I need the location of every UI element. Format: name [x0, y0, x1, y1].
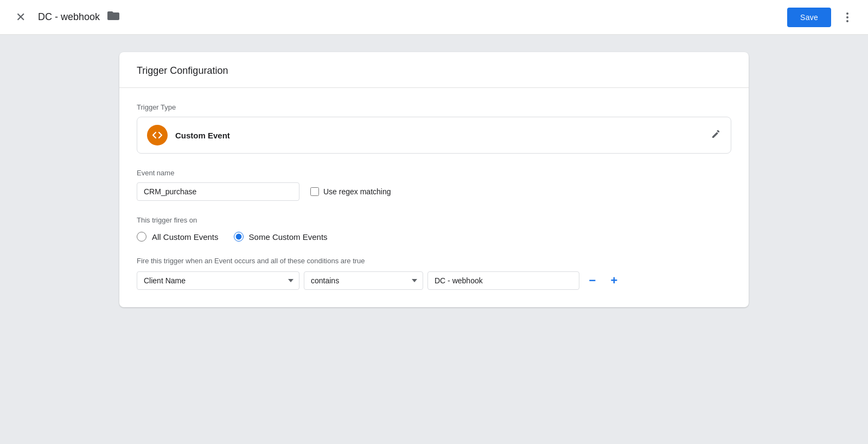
trigger-type-left: Custom Event [147, 125, 230, 145]
variable-select[interactable]: Client Name Event Page URL Referrer [137, 271, 299, 290]
fires-on-section: This trigger fires on All Custom Events … [137, 216, 731, 242]
folder-icon[interactable] [107, 10, 119, 24]
conditions-section: Fire this trigger when an Event occurs a… [137, 257, 731, 290]
event-name-row: Use regex matching [137, 182, 731, 201]
all-custom-events-option[interactable]: All Custom Events [137, 232, 219, 242]
add-condition-button[interactable]: + [605, 272, 623, 289]
svg-point-0 [846, 12, 848, 15]
more-options-button[interactable] [838, 8, 857, 27]
remove-condition-button[interactable]: − [584, 272, 601, 289]
event-name-section: Event name Use regex matching [137, 169, 731, 201]
regex-checkbox[interactable] [310, 187, 319, 196]
topbar: ✕ DC - webhook Save [0, 0, 868, 35]
fires-on-radio-group: All Custom Events Some Custom Events [137, 232, 731, 242]
fires-on-label: This trigger fires on [137, 216, 731, 224]
trigger-type-box: Custom Event [137, 117, 731, 154]
trigger-type-label: Trigger Type [137, 103, 731, 111]
topbar-left: ✕ DC - webhook [11, 8, 778, 27]
svg-point-1 [846, 16, 848, 18]
condition-value-input[interactable] [427, 271, 579, 290]
event-name-label: Event name [137, 169, 731, 177]
trigger-type-name: Custom Event [175, 131, 230, 140]
trigger-type-section: Trigger Type Custom Event [137, 103, 731, 154]
some-custom-events-option[interactable]: Some Custom Events [234, 232, 328, 242]
all-custom-events-label: All Custom Events [152, 232, 219, 242]
topbar-right: Save [787, 8, 857, 27]
card-title: Trigger Configuration [137, 65, 731, 77]
save-button[interactable]: Save [787, 8, 831, 27]
card-header: Trigger Configuration [119, 52, 749, 88]
card-body: Trigger Type Custom Event [119, 88, 749, 307]
all-custom-events-radio[interactable] [137, 232, 146, 242]
regex-label-text: Use regex matching [323, 187, 391, 196]
some-custom-events-radio[interactable] [234, 232, 244, 242]
event-name-input[interactable] [137, 182, 299, 201]
edit-trigger-type-icon[interactable] [711, 129, 721, 142]
conditions-label: Fire this trigger when an Event occurs a… [137, 257, 731, 265]
custom-event-icon [147, 125, 168, 145]
regex-checkbox-label[interactable]: Use regex matching [310, 187, 391, 196]
trigger-config-card: Trigger Configuration Trigger Type Cust [119, 52, 749, 307]
svg-point-2 [846, 20, 848, 22]
operator-select[interactable]: contains equals starts with ends with ma… [304, 271, 423, 290]
main-content: Trigger Configuration Trigger Type Cust [0, 35, 868, 325]
page-title: DC - webhook [38, 11, 100, 23]
some-custom-events-label: Some Custom Events [249, 232, 328, 242]
close-button[interactable]: ✕ [11, 8, 30, 27]
condition-row: Client Name Event Page URL Referrer cont… [137, 271, 731, 290]
